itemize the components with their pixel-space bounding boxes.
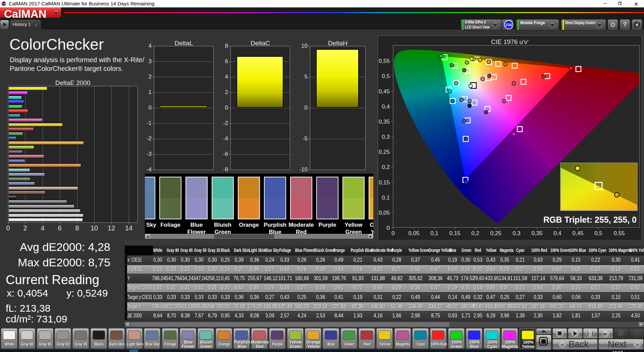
svg-text:0,45: 0,45 [379,88,390,95]
svg-text:0,05: 0,05 [408,230,419,236]
svg-text:0,1: 0,1 [430,230,438,236]
svg-text:0,5: 0,5 [382,73,390,79]
svg-text:0,55: 0,55 [379,58,390,64]
svg-text:0,45: 0,45 [572,230,583,236]
svg-text:0,15: 0,15 [379,179,390,186]
svg-text:0,05: 0,05 [379,210,390,216]
svg-text:0,3: 0,3 [513,230,521,236]
svg-text:0,3: 0,3 [382,134,390,140]
svg-text:0,2: 0,2 [382,164,390,170]
svg-text:RGB Triplet: 255, 255, 0: RGB Triplet: 255, 255, 0 [543,215,637,224]
svg-text:0,25: 0,25 [379,149,390,155]
svg-text:0,35: 0,35 [531,230,542,236]
svg-text:0,15: 0,15 [449,230,460,236]
svg-text:0,4: 0,4 [382,103,390,110]
svg-text:0,35: 0,35 [379,119,390,125]
svg-text:0,5: 0,5 [594,230,602,236]
svg-text:0,55: 0,55 [613,230,625,236]
svg-text:0,1: 0,1 [382,194,390,201]
svg-text:0: 0 [387,225,390,231]
svg-text:0,2: 0,2 [471,230,479,236]
svg-text:CIE 1976 u'v': CIE 1976 u'v' [491,38,529,45]
svg-text:0,4: 0,4 [553,230,561,236]
svg-text:0: 0 [391,230,394,236]
svg-text:0,25: 0,25 [490,230,501,236]
